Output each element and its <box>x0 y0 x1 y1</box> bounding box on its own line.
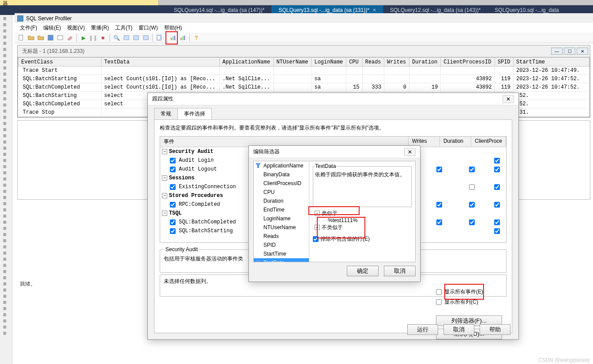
tab-general[interactable]: 常规 <box>154 108 178 119</box>
column-header[interactable]: NTUserName <box>274 58 312 67</box>
table-row[interactable]: SQL:BatchStartingselect Count(s101.[Id])… <box>19 75 589 83</box>
predicate-tree[interactable]: −类似于 ⋯%test1111% +不类似于 <box>313 210 412 231</box>
open-icon[interactable] <box>27 34 35 42</box>
filter-column-item[interactable]: ApplicationName <box>254 161 309 170</box>
group-title: Security Audit <box>164 246 199 253</box>
close-button[interactable]: ✕ <box>404 148 416 156</box>
step2-icon[interactable] <box>132 34 140 42</box>
filter-column-item[interactable]: SPID <box>254 241 309 249</box>
filter-columns-list[interactable]: ApplicationNameBinaryDataClientProcessID… <box>254 161 309 262</box>
run-button[interactable]: 运行 <box>407 324 438 335</box>
filter-column-item[interactable]: ClientProcessID <box>254 179 309 188</box>
svg-rect-5 <box>143 36 148 40</box>
table-row[interactable]: SQL:BatchCompletedselect Count(s101.[Id]… <box>19 83 589 92</box>
show-all-columns-checkbox[interactable]: 显示所有列(C) <box>436 298 503 306</box>
predicate-notlike[interactable]: 不类似于 <box>322 224 343 231</box>
menu-window[interactable]: 窗口(W) <box>136 23 160 33</box>
predicate-value[interactable]: %test1111% <box>328 217 357 223</box>
upper-strip: 器 <box>0 0 159 5</box>
toolbar: ▶ ❚❚ ■ 🔍 ? <box>15 33 593 43</box>
exclude-empty-checkbox[interactable]: 排除不包含值的行(E) <box>313 235 412 243</box>
menu-edit[interactable]: 编辑(E) <box>41 23 64 33</box>
filter-dialog-title: 编辑筛选器 <box>253 148 280 156</box>
step1-icon[interactable] <box>122 34 130 42</box>
filter-column-item[interactable]: TextData <box>254 258 309 262</box>
help-icon[interactable]: ? <box>192 34 200 42</box>
column-header[interactable]: CPU <box>346 58 362 67</box>
watermark: CSDN @wangqiaowq <box>538 357 589 363</box>
column-header[interactable]: Writes <box>384 58 409 67</box>
menubar[interactable]: 文件(F) 编辑(E) 视图(V) 重播(R) 工具(T) 窗口(W) 帮助(H… <box>15 23 593 33</box>
step3-icon[interactable] <box>142 34 150 42</box>
chart1-icon[interactable] <box>169 34 177 42</box>
dialog-title: 跟踪属性 <box>152 95 173 103</box>
filter-column-item[interactable]: StartTime <box>254 249 309 258</box>
svg-rect-8 <box>172 37 173 40</box>
table-row[interactable]: Trace Start2023-12-26 10:47:49. <box>19 67 589 75</box>
filter-column-item[interactable]: Duration <box>254 197 309 205</box>
play-icon[interactable]: ▶ <box>79 34 87 42</box>
svg-rect-11 <box>182 37 183 40</box>
filter-column-item[interactable]: Reads <box>254 232 309 241</box>
help-button[interactable]: 帮助 <box>480 324 510 335</box>
cancel-button[interactable]: 取消 <box>443 324 474 335</box>
titlebar: SQL Server Profiler <box>15 13 593 23</box>
svg-rect-7 <box>170 38 172 41</box>
menu-tools[interactable]: 工具(T) <box>113 23 135 33</box>
ok-button[interactable]: 确定 <box>347 266 379 276</box>
column-header[interactable]: ApplicationName <box>220 58 274 67</box>
instruction-text: 检查选定要跟踪的事件和事件列。要查看完整列表，请选择"显示所有事件"和"显示所有… <box>160 124 507 132</box>
new-trace-icon[interactable] <box>17 34 25 42</box>
menu-help[interactable]: 帮助(H) <box>161 23 185 33</box>
svg-rect-10 <box>180 38 181 41</box>
find-icon[interactable]: 🔍 <box>113 34 120 42</box>
svg-rect-12 <box>184 36 185 40</box>
chart2-icon[interactable] <box>179 34 187 42</box>
pause-icon[interactable]: ❚❚ <box>89 34 97 42</box>
filter-column-item[interactable]: BinaryData <box>254 170 309 179</box>
col-clientproc: ClientProce <box>471 137 506 147</box>
column-header[interactable]: LoginName <box>312 58 346 67</box>
edit-filter-dialog: 编辑筛选器 ✕ ApplicationNameBinaryDataClientP… <box>248 145 420 282</box>
menu-replay[interactable]: 重播(R) <box>88 23 112 33</box>
close-button[interactable]: ✕ <box>503 95 514 103</box>
desc-title: TextData <box>315 163 336 169</box>
show-all-events-checkbox[interactable]: 显示所有事件(E) <box>436 288 503 296</box>
outline-margin: ⊞⊞⊞⊞⊞⊞⊞⊞⊞ ⊞⊞⊞⊞⊞⊞⊞⊞⊞ ⊞⊞⊞⊞⊞⊞⊞⊞⊞ ⊞⊞⊞⊞⊞⊞⊞⊞⊞ … <box>0 15 12 364</box>
open-template-icon[interactable] <box>37 34 45 42</box>
svg-rect-2 <box>57 36 62 40</box>
predicate-like[interactable]: 类似于 <box>322 210 338 217</box>
filter-column-item[interactable]: CPU <box>254 188 309 197</box>
properties-icon[interactable] <box>56 34 64 42</box>
stop-icon[interactable]: ■ <box>99 34 107 42</box>
svg-rect-1 <box>48 35 53 40</box>
svg-rect-0 <box>19 35 22 40</box>
app-title: SQL Server Profiler <box>26 15 72 22</box>
minimize-button[interactable]: — <box>551 48 563 55</box>
close-icon[interactable]: × <box>373 7 376 13</box>
menu-view[interactable]: 视图(V) <box>64 23 87 33</box>
column-header[interactable]: Reads <box>362 58 384 67</box>
tab-events[interactable]: 事件选择 <box>177 108 212 119</box>
col-duration: Duration <box>440 137 471 147</box>
trace-title: 无标题 - 1 (192.168.1.233) <box>22 48 84 55</box>
cancel-button[interactable]: 取消 <box>384 266 416 276</box>
close-button[interactable]: ✕ <box>577 48 588 55</box>
column-header[interactable]: StartTime <box>514 58 589 67</box>
maximize-button[interactable]: ☐ <box>564 48 575 55</box>
profiler-icon <box>17 15 23 22</box>
filter-column-item[interactable]: LoginName <box>254 214 309 223</box>
column-header[interactable]: SPID <box>495 58 513 67</box>
svg-rect-6 <box>157 35 161 40</box>
filter-column-item[interactable]: NTUserName <box>254 223 309 232</box>
menu-file[interactable]: 文件(F) <box>17 23 40 33</box>
column-header[interactable]: TextData <box>101 58 220 67</box>
export-icon[interactable] <box>155 34 163 42</box>
column-header[interactable]: ClientProcessID <box>441 58 495 67</box>
eraser-icon[interactable] <box>66 34 74 42</box>
filter-column-item[interactable]: EndTime <box>254 205 309 214</box>
column-header[interactable]: Duration <box>409 58 440 67</box>
column-description: TextData 依赖于跟踪中捕获的事件类的文本值。 <box>313 163 412 207</box>
save-icon[interactable] <box>46 34 54 42</box>
column-header[interactable]: EventClass <box>19 58 101 67</box>
